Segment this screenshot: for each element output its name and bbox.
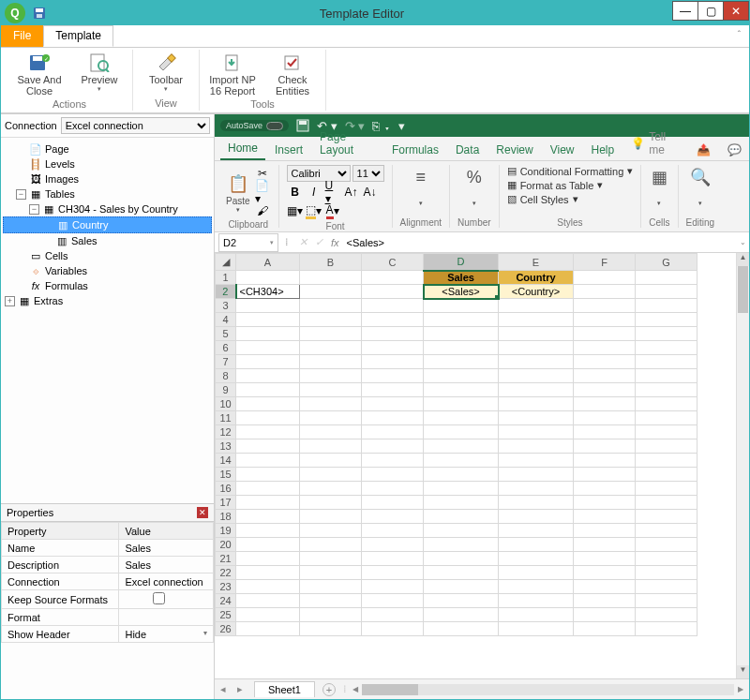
cell[interactable] [574,397,636,411]
cell[interactable] [499,482,574,496]
cell[interactable] [499,622,574,636]
cell[interactable] [574,468,636,482]
tree-node-images[interactable]: 🖼Images [3,171,212,186]
row-header[interactable]: 21 [216,552,236,566]
expand-icon[interactable]: + [5,296,15,306]
sheet-nav-next[interactable]: ▸ [232,683,248,695]
cell[interactable] [574,524,636,538]
cell[interactable] [574,369,636,383]
row-header[interactable]: 9 [216,383,236,397]
cell[interactable] [636,622,698,636]
col-header-a[interactable]: A [236,254,300,271]
cell[interactable] [236,383,300,397]
select-all-corner[interactable]: ◢ [216,254,236,271]
cell[interactable] [362,383,424,397]
fx-icon[interactable]: fx [331,237,339,248]
cell[interactable] [300,425,362,439]
cell[interactable]: <CH304> [236,285,300,299]
cell[interactable] [362,524,424,538]
cell[interactable] [362,369,424,383]
format-painter-button[interactable]: 🖌 [254,202,271,219]
row-header[interactable]: 24 [216,594,236,608]
cell[interactable] [300,327,362,341]
cell[interactable] [424,566,499,580]
qat-save-button[interactable] [29,3,50,23]
expand-icon[interactable]: − [16,189,26,200]
cell[interactable] [424,482,499,496]
cell[interactable] [236,425,300,439]
cell[interactable] [236,439,300,454]
grow-font-button[interactable]: A↑ [343,184,360,201]
cell[interactable] [499,369,574,383]
maximize-button[interactable]: ▢ [698,1,724,21]
tab-help[interactable]: Help [583,140,622,160]
underline-button[interactable]: U ▾ [324,184,341,201]
cell[interactable] [424,313,499,327]
cell[interactable] [424,496,499,510]
cell[interactable] [636,524,698,538]
cell[interactable] [636,271,698,285]
cell[interactable] [300,482,362,496]
conditional-formatting-button[interactable]: ▤Conditional Formatting ▾ [507,165,634,177]
cell[interactable] [362,411,424,425]
cell[interactable] [424,580,499,594]
cell[interactable] [636,299,698,313]
font-name-select[interactable]: Calibri [287,165,351,182]
properties-close-icon[interactable]: ✕ [197,507,208,518]
cell[interactable] [574,411,636,425]
cell[interactable] [236,566,300,580]
cell[interactable]: <Sales> [424,285,499,299]
cell[interactable]: <Country> [499,285,574,299]
share-button[interactable]: 📤 [689,140,718,160]
tree-node-formulas[interactable]: fxFormulas [3,278,212,293]
cell[interactable] [636,285,698,299]
tree-node-variables[interactable]: ⟐Variables [3,263,212,278]
row-header[interactable]: 20 [216,538,236,552]
sheet-tab[interactable]: Sheet1 [254,681,315,697]
cell[interactable] [424,439,499,454]
shrink-font-button[interactable]: A↓ [362,184,379,201]
cell[interactable] [236,313,300,327]
cell[interactable] [499,552,574,566]
cell[interactable] [574,538,636,552]
cell[interactable] [236,482,300,496]
cell[interactable] [362,299,424,313]
cell[interactable] [424,299,499,313]
import-np16-button[interactable]: Import NP 16 Report [209,52,256,97]
tab-data[interactable]: Data [448,140,487,160]
row-header[interactable]: 13 [216,439,236,454]
cell[interactable] [499,608,574,622]
tab-file[interactable]: File [1,25,43,47]
cell[interactable] [300,411,362,425]
fill-color-button[interactable]: ⬚▾ [306,202,322,219]
cell[interactable] [300,454,362,468]
col-header-d[interactable]: D [424,254,499,271]
cancel-icon[interactable]: ✕ [299,236,308,248]
row-header[interactable]: 14 [216,454,236,468]
cell[interactable] [362,397,424,411]
close-button[interactable]: ✕ [723,1,749,21]
qat-save-icon[interactable] [296,119,309,132]
tell-me[interactable]: 💡Tell me [623,127,685,160]
cell[interactable] [424,622,499,636]
cell[interactable] [636,580,698,594]
cell[interactable] [636,425,698,439]
italic-button[interactable]: I [306,184,322,201]
row-header[interactable]: 18 [216,510,236,524]
cell[interactable] [636,383,698,397]
cell[interactable] [362,327,424,341]
cell[interactable] [574,425,636,439]
cell[interactable] [424,383,499,397]
cell[interactable] [499,355,574,369]
grid[interactable]: ◢ A B C D E F G 1SalesCountry2<CH304><Sa… [215,253,749,678]
horizontal-scrollbar[interactable]: ◀▶ [347,684,749,695]
cell[interactable] [424,538,499,552]
cell[interactable] [636,608,698,622]
cells-button[interactable]: ▦x▾ [652,165,668,207]
prop-val-dropdown[interactable]: Hide▾ [119,626,214,643]
cell[interactable] [574,580,636,594]
editing-button[interactable]: 🔍x▾ [690,165,711,207]
row-header[interactable]: 16 [216,482,236,496]
cell[interactable] [300,538,362,552]
cell[interactable] [499,510,574,524]
